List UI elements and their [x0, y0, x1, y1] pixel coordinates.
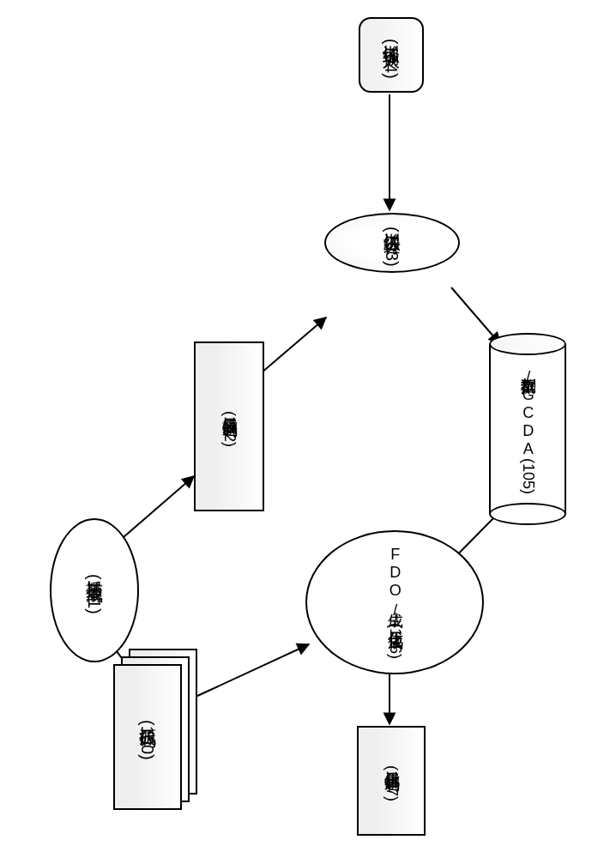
node-train-run: 训练运行(103) — [324, 213, 460, 273]
label: 源代码(100) — [137, 715, 158, 760]
label: 剖析数据/GCDA(105) — [518, 365, 537, 494]
node-profile-data: 剖析数据/GCDA(105) — [489, 333, 566, 527]
label: 训练运行(103) — [382, 220, 402, 267]
node-optimized-binary: 优化二进制码(107) — [357, 726, 426, 836]
label: 插装生成(101) — [84, 567, 105, 614]
label: 优化二进制码(107) — [382, 760, 401, 801]
node-instrument-gen: 插装生成(101) — [50, 518, 139, 662]
svg-line-2 — [261, 317, 326, 373]
node-train-input: 训练输入(104) — [359, 17, 424, 93]
node-source-code: 源代码(100) — [113, 649, 199, 812]
svg-line-1 — [124, 476, 194, 537]
label: 插装二进制码(102) — [220, 406, 239, 447]
node-instrumented-binary: 插装二进制码(102) — [194, 341, 264, 511]
node-fdo-gen: FDO生成/优化生成(106) — [305, 530, 484, 674]
label: 训练输入(104) — [381, 32, 402, 79]
label: FDO生成/优化生成(106) — [385, 546, 404, 659]
svg-line-6 — [196, 644, 309, 697]
